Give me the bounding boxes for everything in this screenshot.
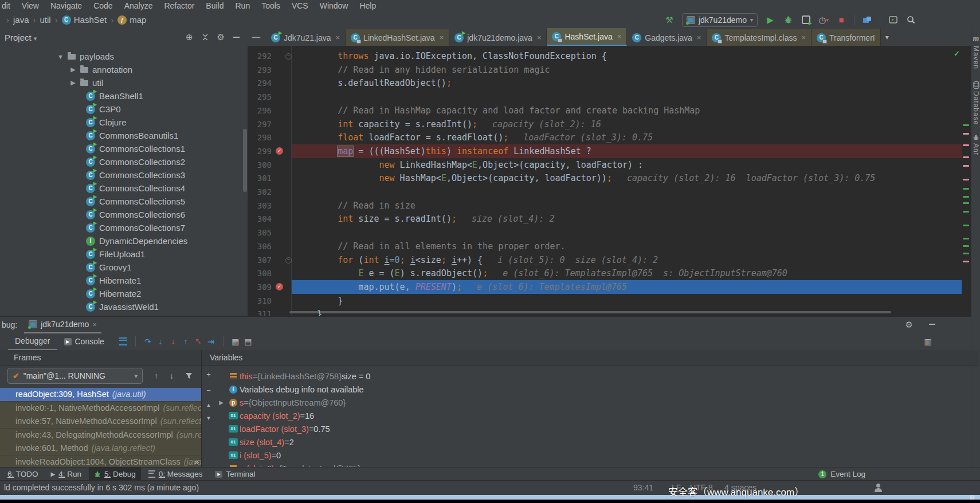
frame-row[interactable]: invokeReadObject:1004, ObjectStreamClass… [0,455,201,468]
close-icon[interactable]: × [92,320,97,329]
line-number[interactable]: 300 [248,158,272,172]
editor-tab-jdk7u21demo-java[interactable]: Cjdk7u21demo.java× [449,29,547,46]
event-log-button[interactable]: 1 Event Log [818,470,865,478]
stripe-mark[interactable] [963,245,969,247]
stripe-mark[interactable] [963,253,969,254]
menu-item-refactor[interactable]: Refactor [158,1,200,10]
code-line-301[interactable]: 301 new HashMap<E,Object>(capacity, load… [248,171,962,185]
scroll-up-icon[interactable]: ▲ [206,402,211,408]
debug-button[interactable] [783,15,793,25]
menu-item-vcs[interactable]: VCS [286,1,314,10]
line-number[interactable]: 296 [248,104,272,117]
line-number[interactable]: 304 [248,212,272,226]
tree-item-clojure[interactable]: CClojure [86,116,127,129]
close-icon[interactable]: × [336,33,340,42]
project-tree-scrollbar[interactable] [243,129,247,192]
line-number[interactable]: 309 [248,280,272,294]
stripe-mark[interactable] [963,179,969,180]
variable-row[interactable]: iVariables debug info not available [215,383,971,396]
code-line-307[interactable]: 307− for (int i=0; i<size; i++) {i (slot… [248,253,962,267]
line-number[interactable]: 293 [248,63,272,77]
variable-row[interactable]: this = {LinkedHashSet@758} size = 0 [215,370,971,383]
line-number[interactable]: 297 [248,117,272,131]
tree-item-commonscollections1[interactable]: CCommonsCollections1 [86,142,185,155]
step-into-icon[interactable]: ↓ [154,337,167,346]
close-icon[interactable]: × [440,33,444,42]
run-button[interactable]: ▶ [765,15,775,25]
tree-item-commonscollections7[interactable]: CCommonsCollections7 [86,221,185,234]
close-icon[interactable]: × [697,33,701,42]
fold-marker-icon[interactable]: − [285,53,292,60]
search-everywhere-icon[interactable] [905,15,916,25]
close-icon[interactable]: × [801,33,806,42]
toolwindow-button-0-messages[interactable]: 0: Messages [143,467,208,481]
menu-item-analyze[interactable]: Analyze [119,1,159,10]
editor-tab-jdk7u21-java[interactable]: CJdk7u21.java× [266,29,346,46]
hide-debug-window-icon[interactable] [929,324,935,325]
close-icon[interactable]: × [617,32,622,41]
code-line-310[interactable]: 310 } [248,294,962,308]
toolwindow-button-terminal[interactable]: ▶Terminal [210,467,260,481]
tool-stripe-ant[interactable]: Ant [971,134,980,155]
stripe-mark[interactable] [963,225,969,226]
breadcrumb-item-map[interactable]: fmap [117,15,146,25]
frame-up-icon[interactable]: ↑ [154,371,158,380]
tree-item-commonscollections6[interactable]: CCommonsCollections6 [86,208,185,221]
line-number[interactable]: 292 [248,49,272,63]
step-over-icon[interactable]: ↷ [142,337,154,346]
run-anything-icon[interactable] [888,15,898,25]
code-line-309[interactable]: 309✓ map.put(e, PRESENT);e (slot_6): Tem… [248,280,962,294]
frame-down-icon[interactable]: ↓ [170,371,174,380]
caret-position[interactable]: 93:41 [633,483,653,492]
tool-stripe-database[interactable]: Database [971,81,980,125]
menu-item-navigate[interactable]: Navigate [45,1,88,10]
tree-item-dynamicdependencies[interactable]: IDynamicDependencies [86,234,187,247]
tree-item-javassistweld1[interactable]: CJavassistWeld1 [86,300,159,313]
tree-collapsed-icon[interactable]: ▶ [70,79,76,87]
tree-expanded-icon[interactable]: ▼ [57,53,64,60]
remove-watch-icon[interactable]: − [206,386,211,395]
stripe-mark[interactable] [963,144,969,146]
tree-collapsed-icon[interactable]: ▶ [70,66,76,73]
editor-tab-templatesimpl-class[interactable]: CTemplatesImpl.class× [707,29,812,46]
line-number[interactable]: 302 [248,185,272,199]
tree-item-annotation[interactable]: ▶annotation [70,63,132,76]
variable-row[interactable]: 01capacity (slot_2) = 16 [215,409,971,422]
tab-console[interactable]: ▶Console [57,333,111,350]
tree-item-commonsbeanutils1[interactable]: CCommonsBeanutils1 [86,129,178,142]
code-line-300[interactable]: 300 new LinkedHashMap<E,Object>(capacity… [248,158,962,172]
profiler-button[interactable]: ◷▾ [818,15,829,25]
menu-item-dit[interactable]: dit [0,1,16,10]
toolwindow-button-6-todo[interactable]: 6: TODO [2,467,44,481]
thread-selector[interactable]: ✔ "main"@1... RUNNING ▾ [7,368,143,384]
code-line-298[interactable]: 298 float loadFactor = s.readFloat();loa… [248,131,962,144]
line-number[interactable]: 298 [248,131,272,144]
variable-row[interactable]: 01i (slot_5) = 0 [215,449,971,462]
debug-session-tab[interactable]: jdk7u21demo × [24,317,101,333]
tool-stripe-maven[interactable]: mMaven [971,34,980,69]
debug-settings-gear-icon[interactable]: ⚙ [905,320,913,330]
stripe-mark[interactable] [963,156,969,158]
step-out-icon[interactable]: ↑ [179,337,192,346]
filter-frames-icon[interactable] [185,372,193,379]
line-number[interactable]: 311 [248,307,272,316]
tab-debugger[interactable]: Debugger [8,333,57,351]
layout-menu-icon[interactable] [119,337,127,345]
editor-tab-gadgets-java[interactable]: CGadgets.java× [627,29,707,46]
tree-item-commonscollections3[interactable]: CCommonsCollections3 [86,168,185,182]
stripe-mark[interactable] [963,261,969,262]
add-watch-icon[interactable]: + [206,370,211,379]
stripe-mark[interactable] [963,133,969,135]
code-line-294[interactable]: 294 s.defaultReadObject(); [248,76,962,90]
code-line-305[interactable]: 305 [248,226,962,239]
menu-item-view[interactable]: View [16,1,45,10]
hide-panel-icon[interactable] [233,37,240,38]
line-number[interactable]: 308 [248,266,272,280]
stripe-mark[interactable] [963,165,969,167]
breakpoint-icon[interactable]: ✓ [276,147,283,155]
stripe-mark[interactable] [963,124,969,126]
editor-tab-linkedhashset-java[interactable]: CLinkedHashSet.java× [346,29,449,46]
frame-row[interactable]: invoke:601, Method(java.lang.reflect) [0,442,201,455]
tree-item-hibernate2[interactable]: CHibernate2 [86,287,141,300]
breadcrumb-item-util[interactable]: util [40,15,51,25]
